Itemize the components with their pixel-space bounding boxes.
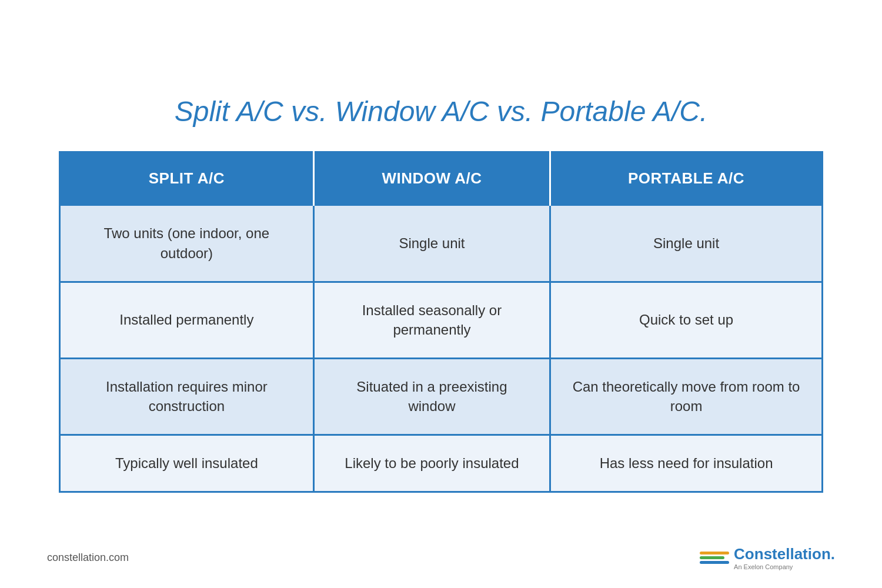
table-row: Installed permanentlyInstalled seasonall… [60,282,823,358]
page-title: Split A/C vs. Window A/C vs. Portable A/… [175,95,708,128]
table-cell: Situated in a preexisting window [313,358,550,435]
table-row: Two units (one indoor, one outdoor)Singl… [60,205,823,282]
table-body: Two units (one indoor, one outdoor)Singl… [60,205,823,492]
table-cell: Has less need for insulation [550,435,823,492]
logo-text: Constellation. An Exelon Company [734,545,835,570]
footer: constellation.com Constellation. An Exel… [0,545,882,570]
table-row: Installation requires minor construction… [60,358,823,435]
table-cell: Installed permanently [60,282,314,358]
table-cell: Installation requires minor construction [60,358,314,435]
table-header-row: SPLIT A/C WINDOW A/C PORTABLE A/C [60,152,823,205]
constellation-logo: Constellation. An Exelon Company [700,545,835,570]
table-row: Typically well insulatedLikely to be poo… [60,435,823,492]
table-cell: Likely to be poorly insulated [313,435,550,492]
table-cell: Quick to set up [550,282,823,358]
logo-sub: An Exelon Company [734,563,793,570]
logo-stripe-3 [700,561,729,564]
table-cell: Single unit [550,205,823,282]
logo-name: Constellation. [734,545,835,563]
comparison-table: SPLIT A/C WINDOW A/C PORTABLE A/C Two un… [59,151,823,492]
table-cell: Installed seasonally or permanently [313,282,550,358]
logo-stripe-1 [700,552,729,554]
footer-url: constellation.com [47,552,129,564]
logo-stripe-2 [700,556,724,559]
table-cell: Typically well insulated [60,435,314,492]
table-cell: Single unit [313,205,550,282]
table-cell: Can theoretically move from room to room [550,358,823,435]
header-split: SPLIT A/C [60,152,314,205]
header-portable: PORTABLE A/C [550,152,823,205]
table-cell: Two units (one indoor, one outdoor) [60,205,314,282]
logo-icon [700,552,729,564]
header-window: WINDOW A/C [313,152,550,205]
